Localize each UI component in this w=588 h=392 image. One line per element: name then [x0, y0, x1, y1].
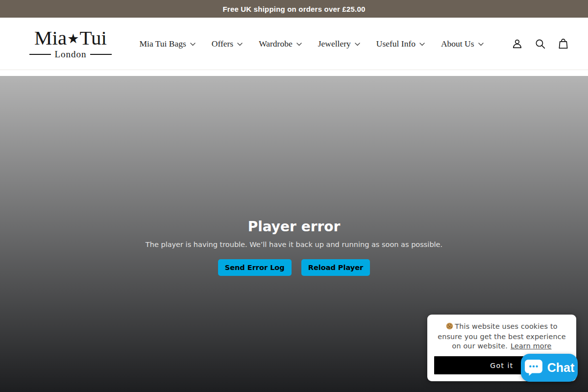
- reload-player-button[interactable]: Reload Player: [301, 259, 370, 276]
- nav-label: Offers: [212, 39, 233, 49]
- header: Mia★Tui London Mia Tui Bags Offers: [0, 18, 588, 70]
- nav-label: Mia Tui Bags: [139, 39, 186, 49]
- header-icons: [511, 38, 569, 50]
- nav-item-mia-tui-bags[interactable]: Mia Tui Bags: [139, 39, 195, 49]
- nav-item-wardrobe[interactable]: Wardrobe: [259, 39, 302, 49]
- star-icon: ★: [67, 32, 79, 45]
- announcement-bar: Free UK shipping on orders over £25.00: [0, 0, 588, 18]
- chevron-down-icon: [419, 43, 425, 46]
- cart-bag-icon: [557, 38, 569, 50]
- logo-subtitle: London: [29, 49, 112, 60]
- player-error-buttons: Send Error Log Reload Player: [146, 259, 442, 276]
- player-error-title: Player error: [146, 219, 442, 235]
- nav-label: Useful Info: [376, 39, 416, 49]
- send-error-log-button[interactable]: Send Error Log: [218, 259, 292, 276]
- chat-bubble-icon: [524, 359, 543, 376]
- nav-label: Jewellery: [318, 39, 351, 49]
- page: Free UK shipping on orders over £25.00 M…: [0, 0, 588, 392]
- chat-button[interactable]: Chat: [521, 354, 578, 382]
- chevron-down-icon: [237, 43, 243, 46]
- nav-item-jewellery[interactable]: Jewellery: [318, 39, 360, 49]
- cart-button[interactable]: [557, 38, 569, 50]
- chevron-down-icon: [355, 43, 360, 46]
- nav-item-offers[interactable]: Offers: [212, 39, 243, 49]
- chevron-down-icon: [478, 43, 484, 46]
- nav-item-useful-info[interactable]: Useful Info: [376, 39, 425, 49]
- search-icon: [534, 38, 546, 50]
- search-button[interactable]: [534, 38, 546, 50]
- chevron-down-icon: [296, 43, 302, 46]
- cookie-icon: [446, 322, 453, 332]
- chevron-down-icon: [190, 43, 196, 46]
- nav-item-about-us[interactable]: About Us: [441, 39, 484, 49]
- nav-label: Wardrobe: [259, 39, 293, 49]
- learn-more-link[interactable]: Learn more: [511, 342, 552, 350]
- cookie-message: This website uses cookies to ensure you …: [434, 322, 569, 351]
- login-button[interactable]: [511, 38, 523, 50]
- announcement-text: Free UK shipping on orders over £25.00: [222, 5, 365, 13]
- main-nav: Mia Tui Bags Offers Wardrobe Jewellery: [112, 39, 511, 49]
- logo-city-text: London: [54, 49, 86, 60]
- logo-text-right: Tui: [79, 28, 107, 48]
- user-icon: [511, 38, 523, 50]
- logo-text-left: Mia: [34, 28, 67, 48]
- logo-rule-left: [29, 54, 51, 55]
- chat-label: Chat: [547, 361, 575, 375]
- logo-title: Mia★Tui: [29, 28, 112, 48]
- player-error-message: The player is having trouble. We’ll have…: [146, 241, 442, 248]
- nav-label: About Us: [441, 39, 474, 49]
- logo[interactable]: Mia★Tui London: [29, 28, 112, 60]
- player-error-panel: Player error The player is having troubl…: [146, 219, 442, 276]
- logo-rule-right: [90, 54, 112, 55]
